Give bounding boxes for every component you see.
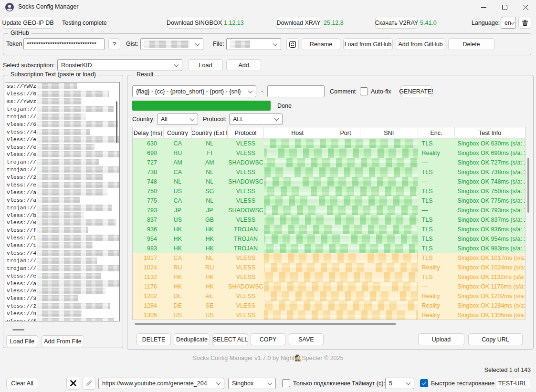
chevron-down-icon: [174, 62, 179, 67]
textarea-vertical-scrollbar[interactable]: [116, 101, 117, 143]
deduplicate-button[interactable]: Deduplicate: [174, 333, 210, 345]
table-row[interactable]: 630CANLVLESSTLSSingbox OK 630ms (s/a: 1/…: [133, 139, 525, 148]
pencil-icon: [86, 380, 92, 386]
fast-test-checkbox[interactable]: [420, 379, 428, 387]
table-column-header[interactable]: Host: [264, 127, 331, 138]
delete-button[interactable]: DELETE: [137, 333, 171, 345]
table-column-header[interactable]: Test Info: [455, 127, 525, 138]
table-row[interactable]: 837USGBVLESSTLSSingbox OK 837ms (s/a: 1/…: [133, 215, 525, 225]
subscription-load-button[interactable]: Load: [188, 59, 223, 71]
table-vertical-scrollbar[interactable]: [527, 158, 529, 213]
blurred-config-text: [37, 174, 103, 180]
table-row[interactable]: 1305USUSVLESSRealitySingbox OK 1305ms (s…: [133, 310, 525, 320]
client-select[interactable]: Singbox: [228, 378, 276, 389]
rename-button[interactable]: Rename: [302, 38, 340, 50]
download-xray-button[interactable]: Download XRAY: [276, 17, 321, 29]
table-row[interactable]: 1202DEAEVLESSRealitySingbox OK 1202ms (s…: [133, 291, 525, 301]
table-column-header[interactable]: Country (Ext I: [192, 127, 228, 138]
table-row[interactable]: 793JPJPSHADOWSC—Singbox OK 793ms (s/a: 1…: [133, 206, 525, 215]
table-row[interactable]: 954HKHKTROJANTLSSingbox OK 954ms (s/a: 1…: [133, 234, 525, 244]
test-url-button[interactable]: TEST-URL: [495, 378, 530, 389]
blurred-config-text: [37, 235, 119, 241]
file-select[interactable]: [226, 38, 281, 50]
load-file-button[interactable]: Load File: [6, 335, 38, 347]
timeout-select[interactable]: 5: [385, 378, 414, 389]
only-connect-label: Только подключение: [293, 380, 350, 387]
subscription-line: vless://0: [5, 219, 119, 227]
country-filter-select[interactable]: All: [157, 113, 198, 125]
language-select[interactable]: en: [501, 17, 516, 29]
save-button[interactable]: SAVE: [289, 333, 324, 345]
upload-button[interactable]: Upload: [418, 333, 464, 345]
minimize-button[interactable]: [473, 0, 494, 14]
close-button[interactable]: [515, 0, 536, 14]
trash-button[interactable]: [518, 17, 531, 29]
table-cell: 1132: [133, 272, 164, 282]
maximize-button[interactable]: [494, 0, 515, 14]
load-from-github-button[interactable]: Load from GitHub: [343, 38, 393, 50]
table-row[interactable]: 1176HKHKSHADOWSC—Singbox OK 1176ms (s/a:…: [133, 282, 525, 291]
select-all-button[interactable]: SELECT ALL: [212, 333, 248, 345]
autofix-checkbox[interactable]: [360, 87, 368, 95]
copy-url-button[interactable]: Copy URL: [468, 333, 523, 345]
stop-test-button[interactable]: [66, 377, 80, 390]
edit-url-button[interactable]: [83, 377, 95, 390]
enc-cell: TLS: [418, 234, 455, 244]
github-delete-button[interactable]: Delete: [448, 38, 494, 50]
add-from-file-button[interactable]: Add From File: [42, 335, 84, 347]
table-cell: NL: [192, 139, 228, 148]
table-cell: US: [164, 186, 192, 196]
subscription-add-button[interactable]: Add: [226, 59, 261, 71]
table-row[interactable]: 750USSGVLESSTLSSingbox OK 750ms (s/a: 1/…: [133, 186, 525, 196]
copy-button[interactable]: COPY: [251, 333, 285, 345]
comment-field[interactable]: [267, 85, 325, 97]
table-row[interactable]: 983HKHKTROJANTLSSingbox OK 983ms (s/a: 1…: [133, 244, 525, 253]
test-info-cell: Singbox OK 750ms (s/a: 1/2: [455, 186, 525, 196]
table-column-header[interactable]: SNI: [360, 127, 418, 138]
update-geoip-button[interactable]: Update GEO-IP DB: [3, 17, 53, 29]
table-row[interactable]: 1284DESEVLESSRealitySingbox OK 1284ms (s…: [133, 301, 525, 310]
table-column-header[interactable]: Port: [331, 127, 360, 138]
subscription-line: vless://e: [5, 151, 119, 158]
table-column-header[interactable]: Delay (ms): [133, 127, 164, 138]
subscription-select[interactable]: RoosterKID: [57, 59, 182, 71]
subscription-line: trojan://: [5, 113, 119, 121]
table-column-header[interactable]: Country: [164, 127, 192, 138]
table-row[interactable]: 748NLNLSHADOWSC—Singbox OK 748ms (s/a: 1…: [133, 177, 525, 186]
table-row[interactable]: 936HKHKTROJANTLSSingbox OK 936ms (s/a: 1…: [133, 225, 525, 234]
token-help-button[interactable]: ?: [108, 38, 120, 50]
test-url-select[interactable]: https://www.youtube.com/generate_204: [98, 378, 224, 389]
table-horizontal-scrollbar[interactable]: [135, 323, 396, 325]
table-row[interactable]: 1024RURUVLESSRealitySingbox OK 1024ms (s…: [133, 263, 525, 272]
download-singbox-button[interactable]: Download SINGBOX: [167, 17, 221, 29]
table-cell: VLESS: [228, 253, 264, 263]
table-cell: 690: [133, 148, 164, 158]
table-row[interactable]: 690RUFIVLESSRealitySingbox OK 690ms (s/a…: [133, 148, 525, 158]
table-row[interactable]: 727AMAMSHADOWSC—Singbox OK 727ms (s/a: 1…: [133, 158, 525, 167]
only-connect-checkbox[interactable]: [282, 379, 290, 387]
generate-button[interactable]: GENERATE!: [400, 85, 432, 97]
protocol-filter-select[interactable]: ALL: [229, 113, 283, 125]
test-info-cell: Singbox OK 727ms (s/a: 1/1: [455, 158, 525, 167]
table-column-header[interactable]: Protocol: [228, 127, 264, 138]
table-row[interactable]: 1017CANLVLESSTLSSingbox OK 1017ms (s/a: …: [133, 253, 525, 263]
timeout-label: Таймаут (с):: [352, 380, 385, 387]
subscription-textarea[interactable]: ss://YWVzvless://0ss://YWVztrojan://troj…: [5, 82, 120, 321]
textarea-horizontal-scrollbar[interactable]: [12, 329, 24, 330]
table-row[interactable]: 1132HKHKVLESSTLSSingbox OK 1132ms (s/a: …: [133, 272, 525, 282]
results-table[interactable]: Delay (ms)CountryCountry (Ext IProtocolH…: [132, 127, 525, 320]
table-cell: SHADOWSC: [228, 177, 264, 186]
gist-refresh-button[interactable]: [286, 38, 299, 50]
table-column-header[interactable]: Enc.: [418, 127, 455, 138]
blurred-config-text: [37, 91, 109, 97]
name-format-select[interactable]: {flag} - {cc} - {proto_short} - {port} -…: [132, 85, 256, 97]
table-row[interactable]: 738CANLVLESSTLSSingbox OK 738ms (s/a: 1/…: [133, 167, 525, 177]
table-row[interactable]: 775CANLVLESSTLSSingbox OK 775ms (s/a: 1/…: [133, 196, 525, 206]
gist-select[interactable]: [140, 38, 203, 50]
add-from-github-button[interactable]: Add from GitHub: [396, 38, 445, 50]
blurred-host-port-sni: [264, 234, 418, 244]
token-field[interactable]: [23, 38, 105, 50]
refresh-icon: [289, 41, 296, 48]
download-v2ray-button[interactable]: Скачать V2RAY: [375, 17, 418, 29]
clear-all-button[interactable]: Clear All: [6, 378, 38, 389]
